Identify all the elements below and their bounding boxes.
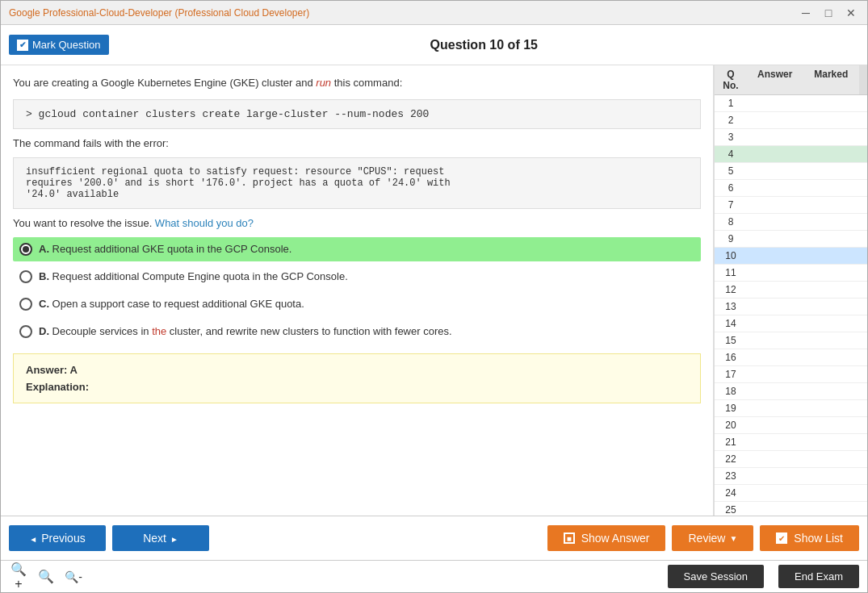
option-d-text: D. Decouple services in the cluster, and… (39, 324, 452, 339)
close-button[interactable]: ✕ (843, 5, 859, 21)
maximize-button[interactable]: □ (820, 5, 837, 21)
sidebar-row-marked (807, 253, 868, 258)
sidebar-row-marked (807, 440, 868, 445)
next-button[interactable]: Next (112, 525, 209, 551)
sidebar-rows: 1 2 3 4 5 6 7 8 (715, 95, 867, 516)
sidebar-row[interactable]: 24 (715, 485, 867, 502)
sidebar-row[interactable]: 16 (715, 349, 867, 366)
sidebar-row[interactable]: 17 (715, 366, 867, 383)
sidebar-row-num: 16 (715, 349, 747, 365)
title-bar: Google Professional-Cloud-Developer (Pro… (1, 1, 867, 25)
sidebar-row[interactable]: 8 (715, 214, 867, 231)
sidebar-col-marked: Marked (803, 65, 860, 94)
option-b[interactable]: B. Request additional Compute Engine quo… (13, 265, 701, 289)
sidebar-row[interactable]: 2 (715, 112, 867, 129)
prompt-text: You want to resolve the issue. What shou… (13, 217, 701, 229)
sidebar-row[interactable]: 7 (715, 197, 867, 214)
sidebar-row-marked (807, 372, 868, 377)
sidebar-row-num: 5 (715, 163, 747, 179)
sidebar-row-answer (747, 304, 807, 309)
sidebar-row-answer (747, 338, 807, 343)
sidebar-row[interactable]: 10 (715, 248, 867, 265)
sidebar-row-marked (807, 270, 868, 275)
sidebar-row-num: 15 (715, 332, 747, 349)
sidebar-row-marked (807, 406, 868, 411)
sidebar-row-marked (807, 457, 868, 461)
sidebar-row[interactable]: 22 (715, 451, 867, 468)
sidebar-row[interactable]: 15 (715, 332, 867, 349)
zoom-reset-button[interactable]: 🔍 (36, 567, 56, 587)
sidebar-row[interactable]: 3 (715, 129, 867, 146)
mark-question-button[interactable]: ✔ Mark Question (9, 35, 109, 55)
sidebar-row-answer (747, 372, 807, 377)
sidebar-row[interactable]: 18 (715, 383, 867, 400)
sidebar-row[interactable]: 9 (715, 231, 867, 248)
sidebar-row-num: 12 (715, 282, 747, 298)
sidebar-row-num: 4 (715, 146, 747, 162)
sidebar-row[interactable]: 12 (715, 282, 867, 299)
sidebar-row[interactable]: 20 (715, 417, 867, 434)
sidebar-row[interactable]: 11 (715, 265, 867, 282)
sidebar-row-marked (807, 287, 868, 292)
option-d-radio (19, 325, 32, 338)
sidebar-row-answer (747, 270, 807, 275)
sidebar-row-answer (747, 440, 807, 445)
sidebar-row-answer (747, 507, 807, 512)
sidebar-row-answer (747, 118, 807, 123)
sidebar-row[interactable]: 13 (715, 299, 867, 315)
main-content: You are creating a Google Kubernetes Eng… (1, 65, 867, 516)
zoom-out-button[interactable]: 🔍- (64, 567, 83, 587)
option-b-text: B. Request additional Compute Engine quo… (39, 269, 348, 284)
sidebar-row[interactable]: 1 (715, 95, 867, 112)
sidebar-row[interactable]: 23 (715, 468, 867, 485)
sidebar-row-answer (747, 152, 807, 157)
sidebar-row-marked (807, 304, 868, 309)
end-exam-button[interactable]: End Exam (778, 565, 859, 588)
sidebar-row-answer (747, 355, 807, 360)
option-c-text: C. Open a support case to request additi… (39, 297, 304, 311)
sidebar-row[interactable]: 5 (715, 163, 867, 180)
save-session-button[interactable]: Save Session (668, 565, 765, 588)
zoom-in-button[interactable]: 🔍+ (9, 567, 28, 587)
sidebar-row[interactable]: 6 (715, 180, 867, 197)
option-c[interactable]: C. Open a support case to request additi… (13, 292, 701, 316)
option-c-radio (19, 298, 32, 311)
sidebar-row-answer (747, 389, 807, 394)
sidebar-row-marked (807, 152, 868, 157)
sidebar-row-answer (747, 101, 807, 106)
review-button[interactable]: Review ▼ (672, 525, 753, 551)
answer-box: Answer: A Explanation: (13, 353, 701, 403)
sidebar-row-marked (807, 219, 868, 224)
sidebar-row-answer (747, 253, 807, 258)
window-controls: ─ □ ✕ (798, 5, 859, 21)
sidebar-row[interactable]: 21 (715, 434, 867, 451)
sidebar-row-num: 24 (715, 485, 747, 501)
show-list-button[interactable]: ✔ Show List (760, 525, 859, 551)
question-title: Question 10 of 15 (109, 38, 859, 52)
sidebar-row[interactable]: 25 (715, 502, 867, 516)
review-dropdown-icon: ▼ (729, 534, 737, 543)
option-a[interactable]: A. Request additional GKE quota in the G… (13, 237, 701, 261)
sidebar-row-num: 13 (715, 299, 747, 315)
sidebar-header: Q No. Answer Marked (715, 65, 867, 95)
option-d[interactable]: D. Decouple services in the cluster, and… (13, 319, 701, 344)
minimize-button[interactable]: ─ (798, 5, 814, 21)
sidebar-row-num: 8 (715, 214, 747, 230)
sidebar-row-marked (807, 101, 868, 106)
sidebar-col-qno: Q No. (715, 65, 747, 94)
previous-button[interactable]: Previous (9, 525, 106, 551)
sidebar-row-num: 7 (715, 197, 747, 213)
sidebar-row-answer (747, 406, 807, 411)
sidebar-row[interactable]: 19 (715, 400, 867, 417)
sidebar-row-marked (807, 355, 868, 360)
sidebar-row-answer (747, 186, 807, 190)
show-answer-button[interactable]: ■ Show Answer (547, 525, 666, 551)
sidebar-row[interactable]: 4 (715, 146, 867, 163)
sidebar-row-answer (747, 219, 807, 224)
option-a-radio (19, 243, 32, 256)
sidebar-row-num: 20 (715, 417, 747, 433)
sidebar: Q No. Answer Marked 1 2 3 4 5 (714, 65, 867, 516)
sidebar-row[interactable]: 14 (715, 315, 867, 332)
sidebar-row-num: 2 (715, 112, 747, 128)
sidebar-row-num: 10 (715, 248, 747, 264)
